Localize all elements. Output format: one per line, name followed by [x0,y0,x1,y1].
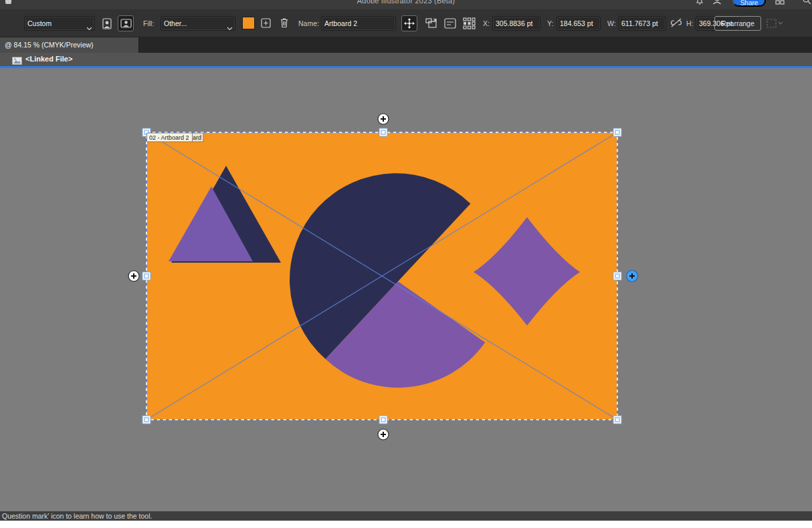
status-message: Question mark' icon to learn how to use … [2,512,152,520]
rearrange-button[interactable]: Rearrange [714,16,761,31]
illustrator-window: Adobe Illustrator 2023 (Beta) Share Cust… [0,0,812,528]
artboard-name-tag[interactable]: ard 02 - Artboard 2 [147,133,204,142]
artboard-properties-icon[interactable] [444,18,456,31]
artboard-grid-options-icon[interactable] [463,17,476,31]
delete-artboard-trash-icon[interactable] [280,17,289,30]
fill-select[interactable]: Other... [161,16,235,31]
artboard-name-input[interactable]: Artboard 2 [321,16,396,31]
add-artboard-left-button[interactable] [128,271,139,281]
preset-select[interactable]: Custom [24,16,95,31]
portrait-orientation-button[interactable] [99,15,115,31]
y-input[interactable]: 184.653 pt [556,16,601,31]
fill-color-swatch[interactable] [242,17,255,32]
user-icon[interactable] [712,0,722,5]
add-artboard-right-button[interactable] [627,271,638,282]
w-input[interactable]: 611.7673 pt [618,16,666,31]
svg-text:02 - Artboard 2: 02 - Artboard 2 [149,134,189,141]
window-title: Adobe Illustrator 2023 (Beta) [0,0,812,5]
workspace-grid-icon[interactable] [775,0,785,5]
h-label: H: [686,19,694,27]
fill-label: Fill: [143,19,154,27]
preset-value: Custom [27,19,52,27]
statusbar: Question mark' icon to learn how to use … [0,511,812,521]
share-button[interactable]: Share [732,0,766,7]
linked-file-label[interactable]: <Linked File> [25,55,72,63]
y-label: Y: [547,19,553,27]
landscape-orientation-button[interactable] [118,15,134,31]
move-with-artwork-icon [767,18,783,31]
name-label: Name: [298,19,319,27]
active-document-tab[interactable]: @ 84.15 % (CMYK/Preview) [0,37,139,53]
artboard-options-toolbar: Custom Fill: Other... Name: Ar [0,9,812,37]
move-artboard-tool-button[interactable] [401,15,417,31]
titlebar: Adobe Illustrator 2023 (Beta) Share [0,0,812,9]
search-icon[interactable] [801,0,812,5]
add-artboard-bottom-button[interactable] [378,429,389,440]
screenshot-bottom-margin [0,521,812,528]
x-label: X: [483,19,490,27]
w-label: W: [607,19,616,27]
fill-value: Other... [164,19,187,27]
document-tabbar: @ 84.15 % (CMYK/Preview) [0,37,812,53]
canvas-area[interactable]: ard 02 - Artboard 2 [0,68,812,511]
new-artboard-icon[interactable] [261,18,271,30]
context-bar: <Linked File> [0,53,812,66]
add-artboard-top-button[interactable] [378,114,389,124]
svg-text:ard: ard [193,134,201,141]
bell-icon[interactable] [694,0,705,5]
unlink-dimensions-icon[interactable] [670,18,682,29]
resize-artboard-icon[interactable] [425,18,437,31]
chevron-down-icon [86,21,92,31]
chevron-down-icon [227,21,233,31]
x-input[interactable]: 305.8836 pt [492,16,540,31]
